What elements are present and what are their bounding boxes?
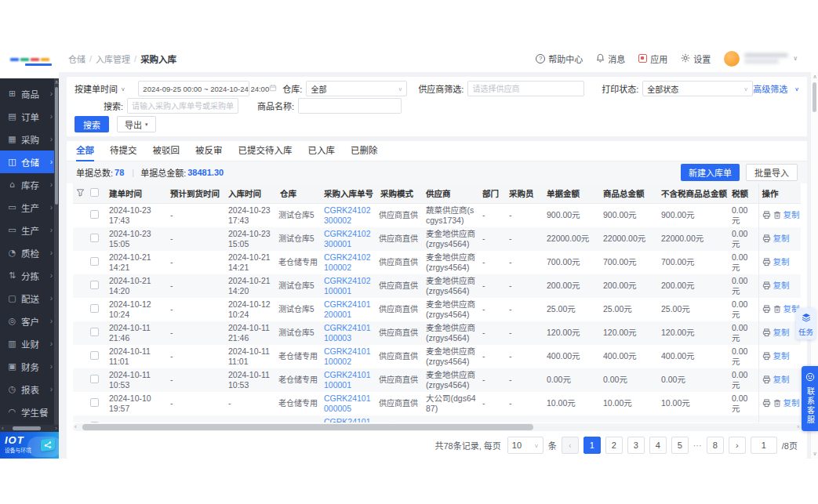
next-page-button[interactable]: › — [729, 437, 746, 454]
order-search-input[interactable] — [127, 98, 238, 114]
date-type-select[interactable]: 按建单时间 ∨ — [75, 82, 132, 95]
cell-order_no[interactable]: CGRK241010 — [321, 415, 377, 423]
row-checkbox[interactable] — [90, 351, 99, 360]
task-floating-button[interactable]: 任务 — [796, 308, 816, 339]
customer-service-button[interactable]: 联系客服 — [802, 366, 818, 431]
table-hscrollbar-thumb[interactable] — [82, 424, 533, 430]
print-icon[interactable] — [762, 258, 771, 267]
row-checkbox[interactable] — [90, 398, 99, 407]
sidebar-hscrollbar[interactable]: ‹ › — [0, 425, 59, 432]
date-range-picker[interactable]: 2024-09-25 00:00 ~ 2024-10-24 24:00 — [138, 81, 249, 96]
row-checkbox[interactable] — [90, 210, 99, 219]
sidebar-scrollbar-thumb[interactable] — [55, 87, 58, 205]
cell-order_no[interactable]: CGRK24101200001 — [321, 298, 377, 321]
page-button-5[interactable]: 5 — [671, 437, 689, 454]
cell-order_no[interactable]: CGRK24102100001 — [321, 274, 377, 298]
cell-order_no[interactable]: CGRK24102300002 — [321, 203, 377, 227]
tab-3[interactable]: 被反审 — [195, 143, 223, 161]
column-settings-header[interactable] — [73, 183, 87, 203]
copy-link[interactable]: 复制 — [773, 234, 790, 244]
tab-5[interactable]: 已入库 — [308, 143, 336, 161]
sidebar-item-biz-finance[interactable]: ▥ 业财 › — [0, 332, 59, 355]
chevron-right-icon[interactable]: › — [797, 423, 799, 431]
table-row[interactable]: 2024-10-102024-10-10CGRK241010供应商直供-----… — [73, 415, 801, 423]
delete-icon[interactable] — [773, 399, 781, 408]
row-checkbox[interactable] — [90, 328, 99, 336]
table-row[interactable]: 2024-10-11 10:53-2024-10-11 10:53老仓储专用CG… — [73, 368, 801, 392]
delete-icon[interactable] — [773, 211, 781, 219]
chevron-left-icon[interactable]: ‹ — [2, 425, 4, 432]
table-row[interactable]: 2024-10-21 14:21-2024-10-21 14:21老仓储专用CG… — [73, 251, 801, 274]
tab-6[interactable]: 已删除 — [351, 143, 378, 161]
select-all-checkbox[interactable] — [90, 188, 99, 197]
table-row[interactable]: 2024-10-12 10:24-2024-10-12 10:24测试仓库5CG… — [73, 298, 801, 321]
supplier-filter-input[interactable] — [467, 81, 584, 96]
row-checkbox[interactable] — [90, 281, 99, 289]
table-row[interactable]: 2024-10-23 17:43-2024-10-23 17:43测试仓库5CG… — [73, 203, 801, 227]
sidebar-item-finance[interactable]: ▣ 财务 › — [0, 355, 59, 378]
messages-button[interactable]: 消息 — [596, 53, 625, 65]
warehouse-select[interactable]: 全部 ∨ — [306, 81, 407, 96]
cell-order_no[interactable]: CGRK24101100001 — [321, 368, 377, 392]
cell-order_no[interactable]: CGRK24101100002 — [321, 345, 377, 368]
page-size-select[interactable]: 10 ∨ — [507, 437, 544, 454]
print-icon[interactable] — [762, 375, 771, 384]
apps-button[interactable]: 应用 — [638, 53, 667, 65]
cell-order_no[interactable]: CGRK24101000005 — [321, 392, 377, 415]
copy-link[interactable]: 复制 — [783, 210, 800, 220]
tab-1[interactable]: 待提交 — [110, 143, 137, 161]
sidebar-item-customers[interactable]: ◎ 客户 › — [0, 310, 59, 332]
advanced-filter-link[interactable]: 高级筛选 ∨ — [753, 82, 799, 95]
sidebar-item-delivery[interactable]: ▢ 配送 › — [0, 287, 59, 310]
print-status-select[interactable]: 全部状态 ∨ — [642, 81, 753, 96]
table-row[interactable]: 2024-10-23 15:05-2024-10-23 15:05测试仓库5CG… — [73, 227, 801, 251]
help-center-button[interactable]: ? 帮助中心 — [536, 53, 583, 65]
copy-link[interactable]: 复制 — [783, 398, 800, 408]
sidebar-item-reports[interactable]: ◷ 报表 › — [0, 378, 59, 401]
settings-button[interactable]: 设置 — [681, 53, 711, 65]
sidebar-item-goods[interactable]: ⊞ 商品 › — [0, 82, 59, 105]
search-button[interactable]: 搜索 — [75, 116, 109, 132]
row-checkbox[interactable] — [90, 304, 99, 313]
sidebar-item-inventory[interactable]: ⌂ 库存 › — [0, 173, 59, 196]
tab-4[interactable]: 已提交待入库 — [238, 143, 293, 161]
table-row[interactable]: 2024-10-11 21:46-2024-10-11 21:46测试仓库5CG… — [73, 321, 801, 345]
sidebar-item-orders[interactable]: ▤ 订单 › — [0, 105, 59, 128]
cell-order_no[interactable]: CGRK24101100003 — [321, 321, 377, 345]
breadcrumb-item[interactable]: 仓储 — [68, 53, 85, 65]
iot-banner[interactable]: IOT 设备与环境 — [0, 432, 59, 459]
print-icon[interactable] — [762, 281, 771, 290]
row-checkbox[interactable] — [90, 234, 99, 242]
prev-page-button[interactable]: ‹ — [562, 437, 579, 454]
copy-link[interactable]: 复制 — [773, 351, 790, 361]
page-button-2[interactable]: 2 — [605, 437, 623, 454]
delete-icon[interactable] — [773, 305, 781, 314]
app-logo[interactable] — [0, 45, 59, 78]
copy-link[interactable]: 复制 — [773, 257, 790, 267]
table-row[interactable]: 2024-10-10 19:57--老仓储专用CGRK24101000005供应… — [73, 392, 801, 415]
print-icon[interactable] — [762, 328, 771, 337]
page-button-4[interactable]: 4 — [649, 437, 667, 454]
copy-link[interactable]: 复制 — [773, 281, 790, 291]
page-scrollbar-thumb[interactable] — [813, 82, 816, 112]
sidebar-item-purchase[interactable]: ▦ 采购 › — [0, 128, 59, 150]
sidebar-hscrollbar-thumb[interactable] — [13, 426, 41, 430]
sidebar-item-student-meal[interactable]: ◠ 学生餐 › — [0, 401, 59, 423]
cell-order_no[interactable]: CGRK24102300001 — [321, 227, 377, 251]
page-button-1[interactable]: 1 — [584, 437, 601, 454]
export-button[interactable]: 导出 ▾ — [117, 116, 156, 132]
copy-link[interactable]: 复制 — [773, 375, 790, 385]
table-row[interactable]: 2024-10-11 11:01-2024-10-11 11:01老仓储专用CG… — [73, 345, 801, 368]
new-inbound-button[interactable]: 新建入库单 — [681, 164, 740, 181]
print-icon[interactable] — [762, 352, 771, 361]
chevron-up-icon[interactable]: ∧ — [811, 74, 818, 80]
sidebar-item-quality[interactable]: ◔ 质检 › — [0, 241, 59, 264]
batch-import-button[interactable]: 批量导入 — [746, 164, 798, 181]
page-button-8[interactable]: 8 — [707, 437, 724, 454]
sidebar-item-warehouse[interactable]: ◫ 仓储 › — [0, 150, 59, 173]
page-button-3[interactable]: 3 — [627, 437, 645, 454]
product-name-input[interactable] — [298, 98, 402, 114]
sidebar-item-sorting[interactable]: ⇅ 分拣 › — [0, 264, 59, 287]
breadcrumb-item[interactable]: 入库管理 — [96, 53, 130, 65]
print-icon[interactable] — [762, 399, 771, 408]
